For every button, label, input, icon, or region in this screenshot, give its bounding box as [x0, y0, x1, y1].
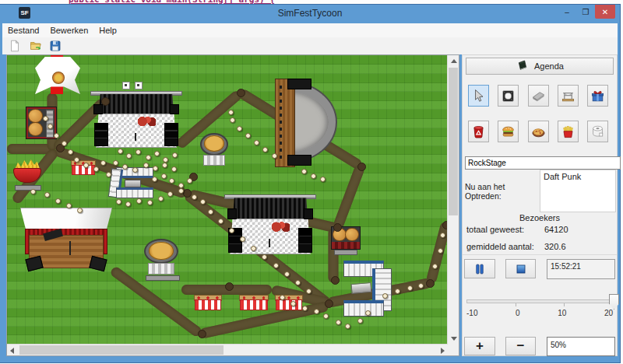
tool-fries-button[interactable] — [558, 121, 579, 142]
vertical-scroll-thumb[interactable] — [449, 68, 458, 215]
visitor-dot — [295, 280, 301, 285]
visitor-dot — [143, 163, 149, 168]
tool-select-button[interactable] — [468, 85, 489, 107]
tree-stump — [331, 276, 340, 285]
visitor-dot — [280, 295, 285, 300]
map-pizza[interactable] — [200, 133, 228, 166]
visitor-dot — [237, 126, 242, 131]
map-pizza[interactable] — [144, 239, 178, 275]
window-bottom-border — [0, 356, 620, 362]
save-icon — [48, 39, 62, 53]
visitor-dot — [147, 200, 153, 205]
stage-name-input[interactable] — [465, 156, 621, 170]
visitors-total-value: 64120 — [544, 225, 568, 234]
vertical-scrollbar[interactable] — [447, 55, 459, 345]
maximize-button[interactable]: ❐ — [576, 5, 595, 19]
tree-stump — [325, 299, 333, 308]
title-bar[interactable]: SF SimFestTycoon – ❐ ✕ — [0, 5, 620, 23]
visitor-dot — [74, 157, 79, 163]
screen: public static void main(String[] args) {… — [0, 0, 623, 364]
tool-trash-button[interactable] — [468, 121, 489, 142]
map-booth[interactable] — [71, 160, 96, 175]
close-button[interactable]: ✕ — [595, 5, 615, 19]
visitor-dot — [122, 164, 128, 170]
save-file-button[interactable] — [48, 38, 63, 54]
agenda-book-icon — [516, 59, 530, 73]
new-file-button[interactable] — [7, 38, 23, 54]
now-performing-row: Nu aan het Optreden: Daft Punk — [465, 170, 616, 212]
now-performing-value: Daft Punk — [540, 170, 616, 212]
trash-icon — [471, 124, 486, 139]
open-file-button[interactable] — [27, 38, 43, 54]
menu-item-bewerken[interactable]: Bewerken — [44, 24, 93, 37]
menu-item-bestand[interactable]: Bestand — [2, 24, 44, 37]
sidebar: Agenda Nu aan het Optreden: Daft Punk Be… — [462, 54, 618, 356]
visitor-dot — [83, 163, 89, 168]
visitor-dot — [273, 263, 279, 268]
map-amphi[interactable] — [275, 79, 337, 166]
app-window: SF SimFestTycoon – ❐ ✕ BestandBewerkenHe… — [0, 5, 620, 362]
stop-button[interactable] — [505, 259, 536, 278]
scroll-left-icon[interactable] — [10, 348, 14, 354]
slider-tick-label: -10 — [466, 309, 477, 317]
open-folder-icon — [28, 39, 43, 53]
visitors-average-value: 320.6 — [544, 242, 566, 251]
visitor-dot — [162, 163, 167, 168]
horizontal-scroll-thumb[interactable] — [19, 345, 224, 355]
map-booth[interactable] — [194, 295, 222, 310]
visitor-dot — [438, 248, 443, 254]
tree-stump — [183, 189, 192, 198]
visitor-dot — [118, 149, 123, 154]
scroll-up-icon[interactable] — [451, 59, 457, 63]
spotlight-icon — [501, 89, 516, 103]
map-barrier-u[interactable] — [110, 167, 153, 198]
visitor-dot — [178, 188, 184, 194]
map-booth[interactable] — [239, 295, 269, 310]
visitor-dot — [146, 155, 151, 160]
visitor-dot — [136, 198, 142, 204]
visitor-dot — [345, 324, 350, 329]
tool-burger-button[interactable] — [498, 121, 519, 142]
visitor-dot — [311, 173, 316, 179]
visitor-dot — [66, 203, 72, 208]
main-content: Agenda Nu aan het Optreden: Daft Punk Be… — [6, 54, 618, 356]
slider-thumb[interactable] — [609, 294, 619, 310]
minimize-button[interactable]: – — [558, 5, 576, 19]
visitor-dot — [43, 116, 48, 121]
fries-icon — [561, 124, 575, 139]
visitor-dot — [208, 209, 213, 215]
scroll-down-icon[interactable] — [451, 337, 457, 341]
map-fries[interactable] — [13, 159, 41, 184]
tool-path-button[interactable] — [528, 85, 549, 107]
visitor-dot — [171, 166, 177, 172]
speed-slider[interactable]: -1001020 — [466, 293, 613, 317]
menu-item-help[interactable]: Help — [93, 24, 122, 37]
visitor-dot — [93, 166, 99, 172]
map-bigstage[interactable] — [227, 192, 314, 256]
visitor-dot — [187, 178, 192, 184]
scroll-right-icon[interactable] — [441, 348, 445, 354]
map-canvas[interactable] — [7, 55, 448, 345]
zoom-out-button[interactable]: − — [505, 337, 536, 355]
visitor-dot — [62, 141, 67, 146]
zoom-in-button[interactable]: + — [464, 337, 495, 355]
visitor-dot — [262, 147, 268, 152]
visitor-dot — [284, 271, 290, 277]
agenda-button[interactable]: Agenda — [466, 58, 614, 75]
map-bench — [334, 250, 357, 255]
pause-button[interactable] — [464, 259, 495, 278]
tool-toilet-roll-button[interactable] — [587, 121, 608, 142]
tool-pizza-button[interactable] — [528, 121, 549, 142]
visitor-dot — [167, 191, 173, 197]
now-performing-label: Nu aan het Optreden: — [465, 170, 540, 212]
tool-spotlight-button[interactable] — [498, 85, 519, 107]
horizontal-scrollbar[interactable] — [7, 344, 448, 355]
visitor-dot — [357, 318, 363, 324]
map-countrystage[interactable] — [20, 208, 112, 270]
visitor-dot — [245, 133, 251, 138]
map-burger-v[interactable] — [26, 107, 57, 139]
pause-icon — [472, 261, 487, 277]
tool-stage-button[interactable] — [558, 85, 579, 107]
tool-gift-button[interactable] — [587, 85, 608, 107]
map-speaker-box[interactable] — [350, 282, 371, 294]
